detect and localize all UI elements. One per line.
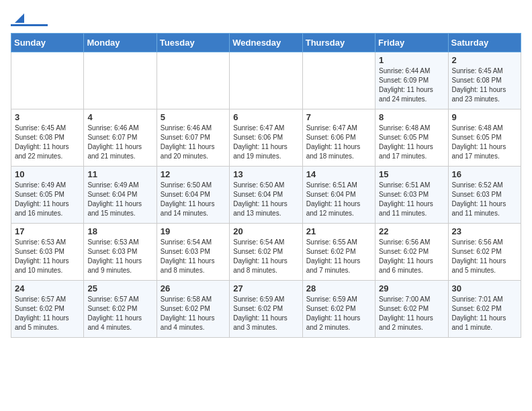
day-info: Sunrise: 6:49 AM Sunset: 6:04 PM Dayligh… — [87, 181, 152, 218]
day-number: 22 — [379, 226, 444, 236]
calendar-header-tuesday: Tuesday — [157, 34, 229, 52]
day-number: 10 — [15, 169, 80, 179]
calendar-cell — [302, 52, 375, 109]
page-header — [11, 11, 521, 26]
logo-triangle-icon — [12, 11, 27, 26]
calendar-cell: 28Sunrise: 6:59 AM Sunset: 6:02 PM Dayli… — [302, 281, 375, 338]
day-info: Sunrise: 6:55 AM Sunset: 6:02 PM Dayligh… — [306, 238, 371, 275]
calendar-cell: 27Sunrise: 6:59 AM Sunset: 6:02 PM Dayli… — [230, 281, 302, 338]
day-info: Sunrise: 6:50 AM Sunset: 6:04 PM Dayligh… — [233, 181, 298, 218]
calendar-cell — [157, 52, 229, 109]
calendar-header-wednesday: Wednesday — [230, 34, 302, 52]
calendar-header-thursday: Thursday — [302, 34, 375, 52]
day-info: Sunrise: 6:51 AM Sunset: 6:03 PM Dayligh… — [379, 181, 444, 218]
logo — [11, 11, 48, 26]
calendar-cell: 2Sunrise: 6:45 AM Sunset: 6:08 PM Daylig… — [448, 52, 521, 109]
calendar-week-3: 10Sunrise: 6:49 AM Sunset: 6:05 PM Dayli… — [11, 167, 521, 224]
day-number: 13 — [233, 169, 298, 179]
day-info: Sunrise: 6:47 AM Sunset: 6:06 PM Dayligh… — [306, 124, 371, 161]
calendar-cell: 26Sunrise: 6:58 AM Sunset: 6:02 PM Dayli… — [157, 281, 229, 338]
calendar-cell: 18Sunrise: 6:53 AM Sunset: 6:03 PM Dayli… — [84, 224, 157, 281]
day-info: Sunrise: 6:56 AM Sunset: 6:02 PM Dayligh… — [379, 238, 444, 275]
day-number: 7 — [306, 112, 371, 122]
day-number: 29 — [379, 283, 444, 293]
day-number: 27 — [233, 283, 298, 293]
day-info: Sunrise: 6:48 AM Sunset: 6:05 PM Dayligh… — [379, 124, 444, 161]
day-info: Sunrise: 7:01 AM Sunset: 6:02 PM Dayligh… — [452, 295, 517, 332]
calendar-cell: 5Sunrise: 6:46 AM Sunset: 6:07 PM Daylig… — [157, 109, 229, 167]
day-info: Sunrise: 6:52 AM Sunset: 6:03 PM Dayligh… — [452, 181, 517, 218]
day-info: Sunrise: 6:53 AM Sunset: 6:03 PM Dayligh… — [15, 238, 80, 275]
day-number: 16 — [452, 169, 517, 179]
calendar-cell: 23Sunrise: 6:56 AM Sunset: 6:02 PM Dayli… — [448, 224, 521, 281]
calendar-cell: 4Sunrise: 6:46 AM Sunset: 6:07 PM Daylig… — [84, 109, 157, 167]
day-number: 9 — [452, 112, 517, 122]
day-info: Sunrise: 6:49 AM Sunset: 6:05 PM Dayligh… — [15, 181, 80, 218]
day-number: 5 — [161, 112, 226, 122]
day-number: 19 — [161, 226, 226, 236]
day-number: 17 — [15, 226, 80, 236]
day-number: 25 — [87, 283, 152, 293]
day-number: 8 — [379, 112, 444, 122]
day-number: 23 — [452, 226, 517, 236]
calendar-cell: 19Sunrise: 6:54 AM Sunset: 6:03 PM Dayli… — [157, 224, 229, 281]
calendar-cell — [230, 52, 302, 109]
day-number: 1 — [379, 55, 444, 65]
calendar-week-1: 1Sunrise: 6:44 AM Sunset: 6:09 PM Daylig… — [11, 52, 521, 109]
day-number: 21 — [306, 226, 371, 236]
calendar-table: SundayMondayTuesdayWednesdayThursdayFrid… — [11, 33, 521, 338]
day-info: Sunrise: 6:57 AM Sunset: 6:02 PM Dayligh… — [15, 295, 80, 332]
day-number: 28 — [306, 283, 371, 293]
day-info: Sunrise: 6:45 AM Sunset: 6:08 PM Dayligh… — [452, 66, 517, 104]
svg-marker-0 — [15, 13, 24, 23]
day-number: 18 — [87, 226, 152, 236]
calendar-cell: 11Sunrise: 6:49 AM Sunset: 6:04 PM Dayli… — [84, 167, 157, 224]
calendar-cell: 22Sunrise: 6:56 AM Sunset: 6:02 PM Dayli… — [375, 224, 448, 281]
calendar-cell — [11, 52, 84, 109]
calendar-header-sunday: Sunday — [11, 34, 84, 52]
day-number: 20 — [233, 226, 298, 236]
calendar-cell: 24Sunrise: 6:57 AM Sunset: 6:02 PM Dayli… — [11, 281, 84, 338]
calendar-cell: 10Sunrise: 6:49 AM Sunset: 6:05 PM Dayli… — [11, 167, 84, 224]
calendar-week-5: 24Sunrise: 6:57 AM Sunset: 6:02 PM Dayli… — [11, 281, 521, 338]
calendar-week-4: 17Sunrise: 6:53 AM Sunset: 6:03 PM Dayli… — [11, 224, 521, 281]
calendar-header-monday: Monday — [84, 34, 157, 52]
day-info: Sunrise: 6:57 AM Sunset: 6:02 PM Dayligh… — [87, 295, 152, 332]
day-info: Sunrise: 7:00 AM Sunset: 6:02 PM Dayligh… — [379, 295, 444, 332]
day-number: 26 — [161, 283, 226, 293]
calendar-cell: 8Sunrise: 6:48 AM Sunset: 6:05 PM Daylig… — [375, 109, 448, 167]
day-number: 24 — [15, 283, 80, 293]
day-info: Sunrise: 6:58 AM Sunset: 6:02 PM Dayligh… — [161, 295, 226, 332]
day-info: Sunrise: 6:59 AM Sunset: 6:02 PM Dayligh… — [233, 295, 298, 332]
calendar-cell: 17Sunrise: 6:53 AM Sunset: 6:03 PM Dayli… — [11, 224, 84, 281]
calendar-cell: 13Sunrise: 6:50 AM Sunset: 6:04 PM Dayli… — [230, 167, 302, 224]
day-number: 6 — [233, 112, 298, 122]
day-info: Sunrise: 6:53 AM Sunset: 6:03 PM Dayligh… — [87, 238, 152, 275]
day-info: Sunrise: 6:50 AM Sunset: 6:04 PM Dayligh… — [161, 181, 226, 218]
calendar-cell: 16Sunrise: 6:52 AM Sunset: 6:03 PM Dayli… — [448, 167, 521, 224]
day-info: Sunrise: 6:46 AM Sunset: 6:07 PM Dayligh… — [87, 124, 152, 161]
day-number: 11 — [87, 169, 152, 179]
calendar-header-row: SundayMondayTuesdayWednesdayThursdayFrid… — [11, 34, 521, 52]
day-number: 4 — [87, 112, 152, 122]
day-info: Sunrise: 6:44 AM Sunset: 6:09 PM Dayligh… — [379, 66, 444, 104]
day-info: Sunrise: 6:54 AM Sunset: 6:02 PM Dayligh… — [233, 238, 298, 275]
day-info: Sunrise: 6:48 AM Sunset: 6:05 PM Dayligh… — [452, 124, 517, 161]
day-info: Sunrise: 6:46 AM Sunset: 6:07 PM Dayligh… — [161, 124, 226, 161]
calendar-cell: 12Sunrise: 6:50 AM Sunset: 6:04 PM Dayli… — [157, 167, 229, 224]
day-info: Sunrise: 6:45 AM Sunset: 6:08 PM Dayligh… — [15, 124, 80, 161]
day-info: Sunrise: 6:59 AM Sunset: 6:02 PM Dayligh… — [306, 295, 371, 332]
day-number: 14 — [306, 169, 371, 179]
calendar-cell: 6Sunrise: 6:47 AM Sunset: 6:06 PM Daylig… — [230, 109, 302, 167]
calendar-week-2: 3Sunrise: 6:45 AM Sunset: 6:08 PM Daylig… — [11, 109, 521, 167]
day-info: Sunrise: 6:54 AM Sunset: 6:03 PM Dayligh… — [161, 238, 226, 275]
calendar-cell: 3Sunrise: 6:45 AM Sunset: 6:08 PM Daylig… — [11, 109, 84, 167]
day-number: 3 — [15, 112, 80, 122]
calendar-cell: 30Sunrise: 7:01 AM Sunset: 6:02 PM Dayli… — [448, 281, 521, 338]
calendar-cell: 20Sunrise: 6:54 AM Sunset: 6:02 PM Dayli… — [230, 224, 302, 281]
calendar-cell: 21Sunrise: 6:55 AM Sunset: 6:02 PM Dayli… — [302, 224, 375, 281]
calendar-header-friday: Friday — [375, 34, 448, 52]
calendar-cell: 9Sunrise: 6:48 AM Sunset: 6:05 PM Daylig… — [448, 109, 521, 167]
calendar-cell: 7Sunrise: 6:47 AM Sunset: 6:06 PM Daylig… — [302, 109, 375, 167]
calendar-cell: 25Sunrise: 6:57 AM Sunset: 6:02 PM Dayli… — [84, 281, 157, 338]
